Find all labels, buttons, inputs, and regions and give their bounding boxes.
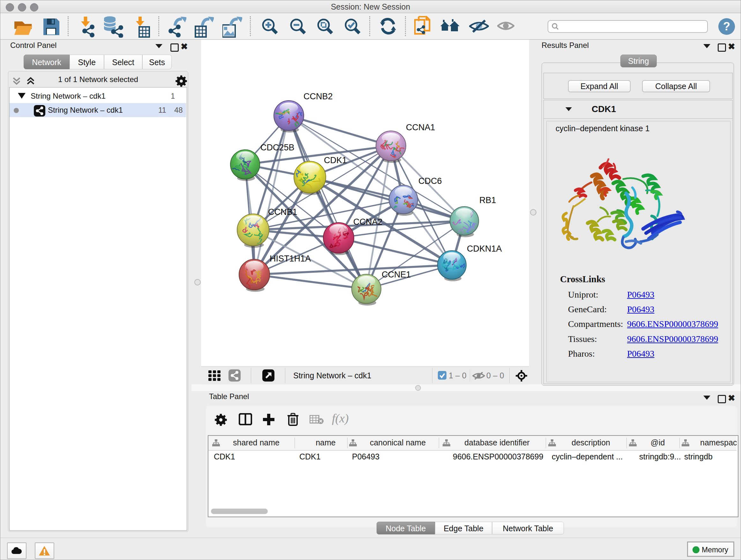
svg-text:HIST1H1A: HIST1H1A bbox=[270, 254, 311, 263]
svg-text:CDC25B: CDC25B bbox=[260, 143, 294, 152]
svg-text:CDKN1A: CDKN1A bbox=[467, 244, 502, 253]
svg-text:CCNB2: CCNB2 bbox=[304, 91, 333, 101]
svg-text:CCNA2: CCNA2 bbox=[353, 217, 383, 227]
svg-text:CCNE1: CCNE1 bbox=[382, 270, 411, 279]
svg-text:RB1: RB1 bbox=[479, 195, 496, 205]
svg-text:CDK1: CDK1 bbox=[324, 155, 347, 165]
svg-text:CCNA1: CCNA1 bbox=[406, 123, 435, 132]
svg-text:CDC6: CDC6 bbox=[418, 176, 442, 186]
svg-text:CCNB1: CCNB1 bbox=[268, 207, 297, 217]
svg-text:?: ? bbox=[723, 20, 730, 33]
